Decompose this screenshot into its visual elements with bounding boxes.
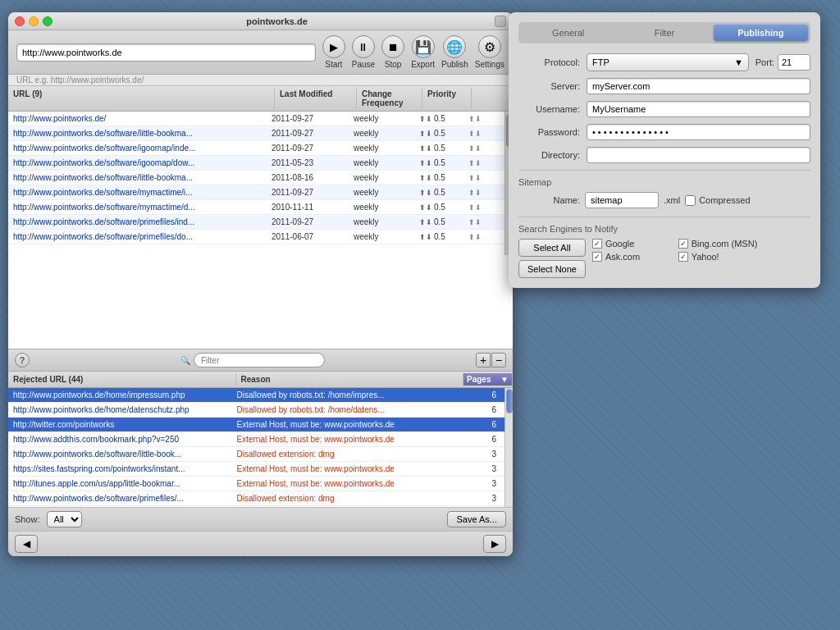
rejected-pages-cell: 3 [455, 479, 504, 488]
help-button[interactable]: ? [15, 353, 30, 368]
settings-panel: General Filter Publishing Protocol: FTP … [509, 12, 820, 288]
minimize-button[interactable] [29, 16, 39, 26]
sort-cell: ⬆⬇ [463, 189, 504, 197]
port-input[interactable] [778, 54, 810, 71]
rejected-pages-cell: 3 [455, 464, 504, 473]
export-button[interactable]: 💾 Export [411, 35, 435, 69]
ask-checkbox[interactable] [592, 252, 602, 262]
yahoo-label: Yahoo! [692, 252, 719, 262]
rejected-row[interactable]: http://www.pointworks.de/software/little… [8, 447, 504, 462]
last-modified-header: Last Modified [275, 88, 357, 109]
show-select[interactable]: All [47, 511, 82, 527]
search-engines-label: Search Engines to Notify [518, 224, 810, 234]
engine-yahoo[interactable]: Yahoo! [678, 252, 758, 262]
rejected-row[interactable]: http://www.pointworks.de/home/datenschut… [8, 403, 504, 418]
protocol-select[interactable]: FTP ▼ [587, 53, 749, 71]
tab-publishing[interactable]: Publishing [714, 25, 808, 41]
rejected-row[interactable]: http://www.addthis.com/bookmark.php?v=25… [8, 432, 504, 447]
rejected-reason-cell: External Host, must be: www.pointworks.d… [232, 479, 456, 488]
server-input[interactable] [587, 78, 810, 94]
settings-icon: ⚙ [478, 35, 501, 58]
rejected-row[interactable]: http://www.pointworks.de/home/impressum.… [8, 388, 504, 403]
next-arrow-button[interactable]: ▶ [483, 535, 506, 553]
tab-general[interactable]: General [521, 25, 615, 41]
freq-cell: weekly [349, 203, 414, 212]
priority-cell: ⬆⬇ 0.5 [414, 114, 463, 123]
filter-input[interactable] [194, 353, 325, 368]
export-icon: 💾 [412, 35, 435, 58]
rejected-row[interactable]: http://itunes.apple.com/us/app/little-bo… [8, 477, 504, 491]
nav-arrows: ◀ ▶ [8, 531, 513, 556]
freq-cell: weekly [349, 188, 414, 197]
table-row[interactable]: http://www.pointworks.de/software/primef… [8, 230, 504, 244]
engine-bing[interactable]: Bing.com (MSN) [678, 239, 758, 249]
yahoo-checkbox[interactable] [678, 252, 688, 262]
rejected-reason-cell: External Host, must be: www.pointworks.d… [232, 435, 456, 444]
table-row[interactable]: http://www.pointworks.de/ 2011-09-27 wee… [8, 112, 504, 126]
url-cell: http://www.pointworks.de/ [8, 114, 267, 123]
table-row[interactable]: http://www.pointworks.de/software/little… [8, 171, 504, 185]
password-input[interactable] [587, 124, 810, 140]
table-row[interactable]: http://www.pointworks.de/software/mymact… [8, 200, 504, 215]
rejected-row[interactable]: http://www.pointworks.de/software/primef… [8, 491, 504, 506]
add-button[interactable]: + [476, 353, 491, 368]
close-button[interactable] [15, 16, 25, 26]
sitemap-section-label: Sitemap [518, 177, 810, 187]
table-row[interactable]: http://www.pointworks.de/software/mymact… [8, 185, 504, 200]
start-button[interactable]: ▶ Start [322, 35, 345, 69]
google-checkbox[interactable] [592, 239, 602, 249]
tab-filter[interactable]: Filter [617, 25, 711, 41]
rejected-row[interactable]: https://sites.fastspring.com/pointworks/… [8, 462, 504, 477]
tab-bar: General Filter Publishing [518, 22, 810, 43]
settings-button[interactable]: ⚙ Settings [475, 35, 504, 69]
rejected-scrollbar-thumb[interactable] [506, 389, 513, 413]
freq-cell: weekly [349, 114, 414, 123]
stop-button[interactable]: ⏹ Stop [381, 35, 404, 69]
engine-ask[interactable]: Ask.com [592, 252, 672, 262]
url-input[interactable] [16, 43, 316, 62]
pause-button[interactable]: ⏸ Pause [352, 35, 375, 69]
compressed-checkbox-label[interactable]: Compressed [685, 195, 750, 206]
sitemap-name-input[interactable] [585, 192, 659, 208]
bing-checkbox[interactable] [678, 239, 688, 249]
compressed-label: Compressed [699, 195, 750, 205]
prev-arrow-button[interactable]: ◀ [15, 535, 38, 553]
port-group: Port: [756, 54, 810, 71]
select-all-button[interactable]: Select All [518, 239, 586, 257]
save-as-button[interactable]: Save As... [447, 511, 506, 527]
rejected-scrollbar[interactable] [504, 388, 513, 507]
empty-area [8, 255, 513, 349]
change-freq-header: Change Frequency [357, 88, 422, 109]
remove-button[interactable]: − [491, 353, 506, 368]
table-row[interactable]: http://www.pointworks.de/software/igooma… [8, 141, 504, 156]
scroll-indicator [495, 16, 506, 27]
compressed-checkbox[interactable] [685, 195, 696, 206]
rejected-pages-cell: 3 [455, 494, 504, 503]
rejected-pages-cell: 6 [455, 390, 504, 399]
priority-cell: ⬆⬇ 0.5 [414, 129, 463, 138]
table-row[interactable]: http://www.pointworks.de/software/little… [8, 126, 504, 141]
url-cell: http://www.pointworks.de/software/igooma… [8, 144, 267, 153]
url-cell: http://www.pointworks.de/software/mymact… [8, 203, 267, 212]
table-row[interactable]: http://www.pointworks.de/software/igooma… [8, 156, 504, 171]
select-none-button[interactable]: Select None [518, 260, 586, 278]
rejected-row[interactable]: http://twitter.com/pointworks External H… [8, 418, 504, 432]
sitemap-divider [518, 170, 810, 171]
publish-button[interactable]: 🌐 Publish [441, 35, 468, 69]
rejected-url-cell: http://www.pointworks.de/home/datenschut… [8, 405, 232, 414]
engine-google[interactable]: Google [592, 239, 672, 249]
url-cell: http://www.pointworks.de/software/little… [8, 129, 267, 138]
maximize-button[interactable] [43, 16, 52, 26]
sort-cell: ⬆⬇ [463, 115, 504, 123]
sitemap-extension: .xml [664, 195, 680, 205]
date-cell: 2011-08-16 [267, 173, 349, 182]
table-row[interactable]: http://www.pointworks.de/software/primef… [8, 215, 504, 230]
sort-cell: ⬆⬇ [463, 130, 504, 138]
protocol-value: FTP [592, 57, 609, 67]
username-label: Username: [518, 104, 580, 114]
date-cell: 2011-09-27 [267, 129, 349, 138]
date-cell: 2010-11-11 [267, 203, 349, 212]
priority-header: Priority [422, 88, 472, 109]
username-input[interactable] [587, 101, 810, 117]
directory-input[interactable] [587, 147, 810, 163]
